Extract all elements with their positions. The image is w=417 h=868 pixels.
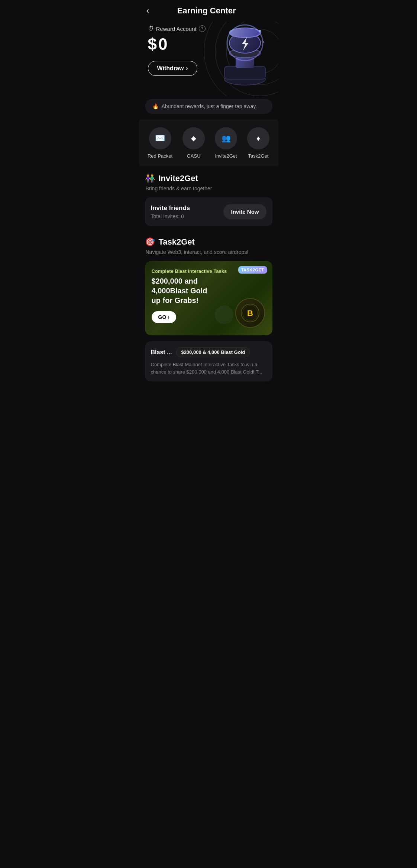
invite2get-section-title: Invite2Get [159, 174, 198, 183]
blast-task-card[interactable]: TASK2GET Complete Blast Interactive Task… [145, 261, 272, 335]
nav-item-task2get[interactable]: ♦ Task2Get [247, 127, 269, 159]
invite2get-icon: 👥 [215, 127, 237, 149]
withdraw-button[interactable]: Withdraw › [148, 61, 197, 76]
task2get-label: Task2Get [248, 153, 269, 159]
blast-reward: $200,000 & 4,000 Blast Gold [176, 347, 250, 357]
invite2get-header: 👫 Invite2Get [145, 174, 272, 183]
bottom-card-header: Blast ... $200,000 & 4,000 Blast Gold [151, 347, 266, 357]
reward-icon: ⏱ [148, 25, 154, 32]
blast-name: Blast ... [151, 349, 172, 356]
invite-count: Total Invites: 0 [151, 213, 190, 219]
nav-item-red-packet[interactable]: ✉️ Red Packet [148, 127, 172, 159]
bottom-blast-card: Blast ... $200,000 & 4,000 Blast Gold Co… [145, 341, 272, 381]
blast-logo: B [235, 298, 265, 328]
moon-decoration [215, 306, 233, 324]
gasu-label: GASU [187, 153, 201, 159]
invite-now-button[interactable]: Invite Now [223, 204, 266, 219]
invite-card: Invite friends Total Invites: 0 Invite N… [145, 197, 272, 226]
task-card-title: $200,000 and 4,000Blast Gold up for Grab… [152, 276, 214, 305]
header: ‹ Earning Center [139, 0, 278, 22]
red-packet-icon: ✉️ [149, 127, 171, 149]
hero-section: ⏱ Reward Account ? $0 Withdraw › [139, 22, 278, 96]
task-go-button[interactable]: GO › [152, 311, 176, 323]
task2get-header: 🎯 Task2Get [145, 237, 272, 247]
invite2get-section: 👫 Invite2Get Bring friends & earn togeth… [139, 166, 278, 230]
invite-friends-title: Invite friends [151, 204, 190, 212]
svg-text:B: B [247, 309, 253, 318]
task2get-section-icon: 🎯 [145, 237, 155, 247]
gasu-icon: ◆ [182, 127, 205, 149]
task2get-section: 🎯 Task2Get Navigate Web3, interact, and … [139, 230, 278, 385]
back-button[interactable]: ‹ [146, 6, 149, 16]
red-packet-label: Red Packet [148, 153, 172, 159]
invite2get-section-icon: 👫 [145, 174, 155, 183]
marquee-banner: 🔥 Abundant rewards, just a finger tap aw… [145, 99, 272, 114]
invite2get-label: Invite2Get [215, 153, 237, 159]
task2get-icon: ♦ [247, 127, 269, 149]
task2get-subtitle: Navigate Web3, interact, and score airdr… [145, 249, 272, 255]
nav-item-gasu[interactable]: ◆ GASU [182, 127, 205, 159]
task-badge: TASK2GET [238, 266, 267, 274]
marquee-text: Abundant rewards, just a finger tap away… [162, 103, 257, 109]
blast-description: Complete Blast Mainnet Interactive Tasks… [151, 361, 266, 375]
invite-info: Invite friends Total Invites: 0 [151, 204, 190, 219]
quick-nav: ✉️ Red Packet ◆ GASU 👥 Invite2Get ♦ Task… [139, 120, 278, 166]
task2get-section-title: Task2Get [159, 237, 195, 247]
nav-item-invite2get[interactable]: 👥 Invite2Get [215, 127, 237, 159]
invite2get-subtitle: Bring friends & earn together [145, 185, 272, 191]
svg-rect-6 [236, 57, 254, 68]
svg-rect-5 [224, 66, 265, 79]
page-title: Earning Center [153, 6, 260, 16]
fire-icon: 🔥 [152, 103, 159, 109]
coin-graphic [215, 22, 275, 88]
